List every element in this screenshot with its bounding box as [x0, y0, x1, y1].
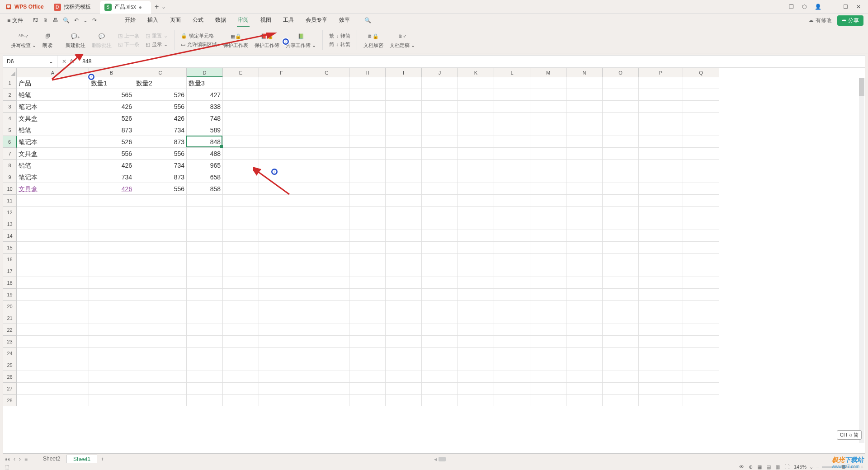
cell-Q20[interactable]	[683, 301, 719, 312]
row-header-22[interactable]: 22	[3, 324, 17, 336]
cell-G22[interactable]	[304, 324, 349, 336]
cell-P14[interactable]	[639, 230, 683, 242]
menu-tab-视图[interactable]: 视图	[259, 14, 272, 27]
cell-Q25[interactable]	[683, 359, 719, 371]
cell-P8[interactable]	[639, 160, 683, 171]
cell-N27[interactable]	[566, 383, 603, 395]
cell-B10[interactable]: 426	[89, 183, 134, 195]
menu-tab-会员专享[interactable]: 会员专享	[305, 14, 328, 27]
cell-O25[interactable]	[603, 359, 639, 371]
cell-I5[interactable]	[386, 124, 422, 136]
cell-D18[interactable]	[187, 277, 223, 289]
cell-A7[interactable]: 文具盒	[17, 148, 89, 160]
cell-C8[interactable]: 734	[134, 160, 187, 171]
encrypt-button[interactable]: 🗎🔒 文档加密	[363, 31, 383, 49]
zoom-dropdown[interactable]: ⌄	[809, 464, 813, 470]
cell-G25[interactable]	[304, 359, 349, 371]
column-header-B[interactable]: B	[89, 68, 134, 77]
row-header-10[interactable]: 10	[3, 183, 17, 195]
cell-A28[interactable]	[17, 395, 89, 406]
cell-B5[interactable]: 873	[89, 124, 134, 136]
cell-F7[interactable]	[259, 148, 304, 160]
cell-K24[interactable]	[458, 348, 494, 359]
cell-C4[interactable]: 426	[134, 113, 187, 124]
name-box-dropdown[interactable]: ⌄	[49, 58, 53, 65]
cell-E10[interactable]	[223, 183, 259, 195]
cell-L12[interactable]	[494, 207, 530, 218]
cell-L2[interactable]	[494, 89, 530, 101]
cell-N24[interactable]	[566, 348, 603, 359]
cell-I7[interactable]	[386, 148, 422, 160]
cell-N23[interactable]	[566, 336, 603, 348]
document-tab[interactable]: S 产品.xlsx ●	[100, 1, 151, 14]
cell-K20[interactable]	[458, 301, 494, 312]
cell-M10[interactable]	[530, 183, 566, 195]
cell-N9[interactable]	[566, 171, 603, 183]
cell-D13[interactable]	[187, 218, 223, 230]
cell-N19[interactable]	[566, 289, 603, 301]
cell-D27[interactable]	[187, 383, 223, 395]
cell-Q27[interactable]	[683, 383, 719, 395]
undo-icon[interactable]: ↶	[74, 17, 79, 24]
cell-G26[interactable]	[304, 371, 349, 383]
cell-A15[interactable]	[17, 242, 89, 254]
cell-C25[interactable]	[134, 359, 187, 371]
cell-A3[interactable]: 笔记本	[17, 101, 89, 113]
cell-A19[interactable]	[17, 289, 89, 301]
cell-L15[interactable]	[494, 242, 530, 254]
cell-Q19[interactable]	[683, 289, 719, 301]
cell-F11[interactable]	[259, 195, 304, 207]
cell-O4[interactable]	[603, 113, 639, 124]
cell-G24[interactable]	[304, 348, 349, 359]
cell-D23[interactable]	[187, 336, 223, 348]
cell-M16[interactable]	[530, 254, 566, 265]
cell-G20[interactable]	[304, 301, 349, 312]
cell-M17[interactable]	[530, 265, 566, 277]
export-icon[interactable]: 🗎	[43, 17, 48, 24]
cell-H24[interactable]	[349, 348, 386, 359]
sheet-prev-icon[interactable]: ‹	[14, 456, 15, 462]
cell-O23[interactable]	[603, 336, 639, 348]
cell-J2[interactable]	[422, 89, 458, 101]
cell-I22[interactable]	[386, 324, 422, 336]
cell-C12[interactable]	[134, 207, 187, 218]
cell-A10[interactable]: 文具盒	[17, 183, 89, 195]
cell-J24[interactable]	[422, 348, 458, 359]
cell-O7[interactable]	[603, 148, 639, 160]
cell-I9[interactable]	[386, 171, 422, 183]
cell-G7[interactable]	[304, 148, 349, 160]
cell-F22[interactable]	[259, 324, 304, 336]
row-header-11[interactable]: 11	[3, 195, 17, 207]
cell-H4[interactable]	[349, 113, 386, 124]
cell-P15[interactable]	[639, 242, 683, 254]
cell-Q8[interactable]	[683, 160, 719, 171]
cell-L10[interactable]	[494, 183, 530, 195]
cell-J28[interactable]	[422, 395, 458, 406]
cell-B18[interactable]	[89, 277, 134, 289]
cell-C11[interactable]	[134, 195, 187, 207]
cell-F15[interactable]	[259, 242, 304, 254]
cell-F27[interactable]	[259, 383, 304, 395]
cell-I10[interactable]	[386, 183, 422, 195]
cell-O14[interactable]	[603, 230, 639, 242]
cell-E27[interactable]	[223, 383, 259, 395]
spellcheck-button[interactable]: ᴬᴮᶜ✓ 拼写检查 ⌄	[11, 31, 36, 49]
cell-G18[interactable]	[304, 277, 349, 289]
cell-A21[interactable]	[17, 312, 89, 324]
cell-J16[interactable]	[422, 254, 458, 265]
cell-C13[interactable]	[134, 218, 187, 230]
cell-B7[interactable]: 556	[89, 148, 134, 160]
cell-B20[interactable]	[89, 301, 134, 312]
cell-N6[interactable]	[566, 136, 603, 148]
cube-icon[interactable]: ⬡	[802, 4, 807, 10]
row-header-28[interactable]: 28	[3, 395, 17, 406]
sheet-tab-Sheet2[interactable]: Sheet2	[37, 455, 66, 463]
cell-B13[interactable]	[89, 218, 134, 230]
search-icon[interactable]: 🔍	[364, 17, 371, 24]
horizontal-scrollbar[interactable]: ◂	[434, 456, 857, 462]
cell-O9[interactable]	[603, 171, 639, 183]
cell-O8[interactable]	[603, 160, 639, 171]
column-header-E[interactable]: E	[223, 68, 259, 77]
cell-E23[interactable]	[223, 336, 259, 348]
row-header-18[interactable]: 18	[3, 277, 17, 289]
